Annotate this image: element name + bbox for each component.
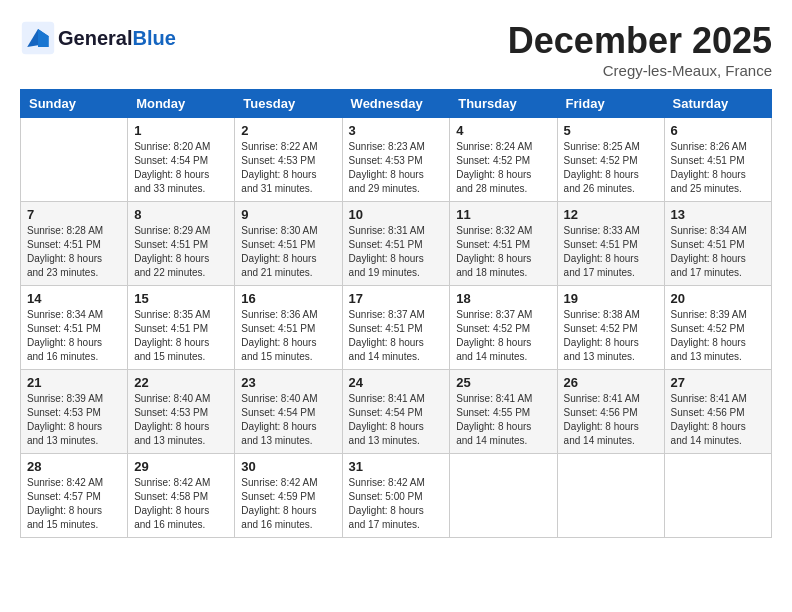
day-number: 4	[456, 123, 550, 138]
calendar-cell: 5Sunrise: 8:25 AMSunset: 4:52 PMDaylight…	[557, 118, 664, 202]
day-number: 6	[671, 123, 765, 138]
day-number: 13	[671, 207, 765, 222]
calendar-week-row: 1Sunrise: 8:20 AMSunset: 4:54 PMDaylight…	[21, 118, 772, 202]
day-number: 19	[564, 291, 658, 306]
day-number: 22	[134, 375, 228, 390]
day-number: 5	[564, 123, 658, 138]
day-info: Sunrise: 8:28 AMSunset: 4:51 PMDaylight:…	[27, 224, 121, 280]
day-info: Sunrise: 8:20 AMSunset: 4:54 PMDaylight:…	[134, 140, 228, 196]
calendar-week-row: 28Sunrise: 8:42 AMSunset: 4:57 PMDayligh…	[21, 454, 772, 538]
calendar-week-row: 7Sunrise: 8:28 AMSunset: 4:51 PMDaylight…	[21, 202, 772, 286]
day-info: Sunrise: 8:42 AMSunset: 5:00 PMDaylight:…	[349, 476, 444, 532]
calendar-cell: 13Sunrise: 8:34 AMSunset: 4:51 PMDayligh…	[664, 202, 771, 286]
day-number: 25	[456, 375, 550, 390]
day-info: Sunrise: 8:41 AMSunset: 4:56 PMDaylight:…	[564, 392, 658, 448]
calendar-cell: 27Sunrise: 8:41 AMSunset: 4:56 PMDayligh…	[664, 370, 771, 454]
header-sunday: Sunday	[21, 90, 128, 118]
day-number: 28	[27, 459, 121, 474]
calendar-cell: 14Sunrise: 8:34 AMSunset: 4:51 PMDayligh…	[21, 286, 128, 370]
day-number: 12	[564, 207, 658, 222]
logo-icon	[20, 20, 56, 56]
calendar-cell: 19Sunrise: 8:38 AMSunset: 4:52 PMDayligh…	[557, 286, 664, 370]
header-wednesday: Wednesday	[342, 90, 450, 118]
header-friday: Friday	[557, 90, 664, 118]
title-block: December 2025 Cregy-les-Meaux, France	[508, 20, 772, 79]
calendar-cell: 30Sunrise: 8:42 AMSunset: 4:59 PMDayligh…	[235, 454, 342, 538]
day-number: 3	[349, 123, 444, 138]
day-number: 29	[134, 459, 228, 474]
day-number: 15	[134, 291, 228, 306]
day-info: Sunrise: 8:35 AMSunset: 4:51 PMDaylight:…	[134, 308, 228, 364]
day-number: 26	[564, 375, 658, 390]
calendar-cell: 16Sunrise: 8:36 AMSunset: 4:51 PMDayligh…	[235, 286, 342, 370]
day-number: 1	[134, 123, 228, 138]
calendar-cell: 3Sunrise: 8:23 AMSunset: 4:53 PMDaylight…	[342, 118, 450, 202]
day-info: Sunrise: 8:41 AMSunset: 4:54 PMDaylight:…	[349, 392, 444, 448]
day-number: 18	[456, 291, 550, 306]
header-tuesday: Tuesday	[235, 90, 342, 118]
calendar-cell	[664, 454, 771, 538]
calendar-cell	[557, 454, 664, 538]
calendar-cell: 26Sunrise: 8:41 AMSunset: 4:56 PMDayligh…	[557, 370, 664, 454]
day-info: Sunrise: 8:40 AMSunset: 4:54 PMDaylight:…	[241, 392, 335, 448]
day-info: Sunrise: 8:26 AMSunset: 4:51 PMDaylight:…	[671, 140, 765, 196]
day-number: 17	[349, 291, 444, 306]
day-number: 27	[671, 375, 765, 390]
location-subtitle: Cregy-les-Meaux, France	[508, 62, 772, 79]
day-number: 10	[349, 207, 444, 222]
calendar-cell: 23Sunrise: 8:40 AMSunset: 4:54 PMDayligh…	[235, 370, 342, 454]
day-info: Sunrise: 8:36 AMSunset: 4:51 PMDaylight:…	[241, 308, 335, 364]
day-info: Sunrise: 8:22 AMSunset: 4:53 PMDaylight:…	[241, 140, 335, 196]
calendar-cell: 15Sunrise: 8:35 AMSunset: 4:51 PMDayligh…	[128, 286, 235, 370]
day-info: Sunrise: 8:42 AMSunset: 4:57 PMDaylight:…	[27, 476, 121, 532]
logo: GeneralBlue	[20, 20, 176, 56]
day-info: Sunrise: 8:32 AMSunset: 4:51 PMDaylight:…	[456, 224, 550, 280]
calendar-week-row: 14Sunrise: 8:34 AMSunset: 4:51 PMDayligh…	[21, 286, 772, 370]
calendar-cell: 17Sunrise: 8:37 AMSunset: 4:51 PMDayligh…	[342, 286, 450, 370]
day-info: Sunrise: 8:25 AMSunset: 4:52 PMDaylight:…	[564, 140, 658, 196]
day-number: 24	[349, 375, 444, 390]
day-info: Sunrise: 8:34 AMSunset: 4:51 PMDaylight:…	[671, 224, 765, 280]
logo-line1: General	[58, 27, 132, 49]
calendar-cell: 8Sunrise: 8:29 AMSunset: 4:51 PMDaylight…	[128, 202, 235, 286]
logo-text: GeneralBlue	[58, 26, 176, 50]
calendar-cell: 18Sunrise: 8:37 AMSunset: 4:52 PMDayligh…	[450, 286, 557, 370]
calendar-cell: 2Sunrise: 8:22 AMSunset: 4:53 PMDaylight…	[235, 118, 342, 202]
day-number: 8	[134, 207, 228, 222]
page-header: GeneralBlue December 2025 Cregy-les-Meau…	[20, 20, 772, 79]
day-number: 31	[349, 459, 444, 474]
calendar-cell: 12Sunrise: 8:33 AMSunset: 4:51 PMDayligh…	[557, 202, 664, 286]
calendar-cell: 24Sunrise: 8:41 AMSunset: 4:54 PMDayligh…	[342, 370, 450, 454]
day-info: Sunrise: 8:30 AMSunset: 4:51 PMDaylight:…	[241, 224, 335, 280]
day-info: Sunrise: 8:31 AMSunset: 4:51 PMDaylight:…	[349, 224, 444, 280]
calendar-cell: 7Sunrise: 8:28 AMSunset: 4:51 PMDaylight…	[21, 202, 128, 286]
day-info: Sunrise: 8:39 AMSunset: 4:53 PMDaylight:…	[27, 392, 121, 448]
calendar-cell: 20Sunrise: 8:39 AMSunset: 4:52 PMDayligh…	[664, 286, 771, 370]
day-info: Sunrise: 8:42 AMSunset: 4:58 PMDaylight:…	[134, 476, 228, 532]
day-number: 2	[241, 123, 335, 138]
day-number: 11	[456, 207, 550, 222]
calendar-cell: 10Sunrise: 8:31 AMSunset: 4:51 PMDayligh…	[342, 202, 450, 286]
day-info: Sunrise: 8:42 AMSunset: 4:59 PMDaylight:…	[241, 476, 335, 532]
day-info: Sunrise: 8:38 AMSunset: 4:52 PMDaylight:…	[564, 308, 658, 364]
day-number: 9	[241, 207, 335, 222]
day-number: 20	[671, 291, 765, 306]
day-number: 16	[241, 291, 335, 306]
day-number: 23	[241, 375, 335, 390]
day-number: 30	[241, 459, 335, 474]
day-info: Sunrise: 8:40 AMSunset: 4:53 PMDaylight:…	[134, 392, 228, 448]
calendar-cell	[450, 454, 557, 538]
calendar-cell: 22Sunrise: 8:40 AMSunset: 4:53 PMDayligh…	[128, 370, 235, 454]
calendar-cell: 9Sunrise: 8:30 AMSunset: 4:51 PMDaylight…	[235, 202, 342, 286]
day-info: Sunrise: 8:33 AMSunset: 4:51 PMDaylight:…	[564, 224, 658, 280]
calendar-cell: 11Sunrise: 8:32 AMSunset: 4:51 PMDayligh…	[450, 202, 557, 286]
calendar-cell	[21, 118, 128, 202]
calendar-cell: 6Sunrise: 8:26 AMSunset: 4:51 PMDaylight…	[664, 118, 771, 202]
day-number: 7	[27, 207, 121, 222]
calendar-cell: 28Sunrise: 8:42 AMSunset: 4:57 PMDayligh…	[21, 454, 128, 538]
calendar-table: SundayMondayTuesdayWednesdayThursdayFrid…	[20, 89, 772, 538]
day-info: Sunrise: 8:24 AMSunset: 4:52 PMDaylight:…	[456, 140, 550, 196]
header-saturday: Saturday	[664, 90, 771, 118]
day-info: Sunrise: 8:34 AMSunset: 4:51 PMDaylight:…	[27, 308, 121, 364]
day-info: Sunrise: 8:23 AMSunset: 4:53 PMDaylight:…	[349, 140, 444, 196]
